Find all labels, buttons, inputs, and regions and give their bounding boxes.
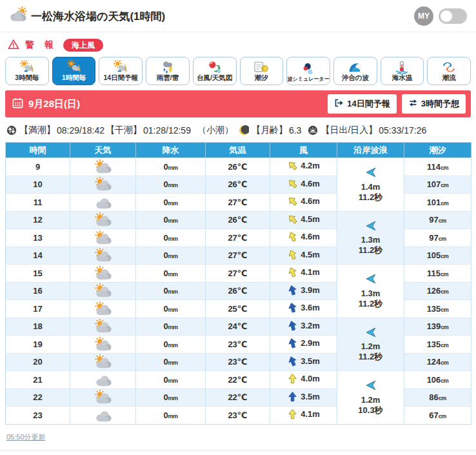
hour-cell: 18 xyxy=(6,318,70,336)
wave-direction-arrow xyxy=(364,220,378,232)
wave-period: 10.3秒 xyxy=(337,405,404,416)
temp-cell: 26℃ xyxy=(206,211,270,229)
tab-tide[interactable]: 潮汐 xyxy=(240,57,284,85)
sunrise-times: 05:33/17:26 xyxy=(379,125,426,136)
tab-label: 海水温 xyxy=(392,74,413,83)
tab-label: 沖合の波 xyxy=(342,74,369,83)
tab-current[interactable]: 潮流 xyxy=(427,57,471,85)
sun-behind-cloud-icon xyxy=(92,354,114,370)
tab-wave-simulator[interactable]: 波シミュレーター xyxy=(286,57,330,85)
tide-cell: 86cm xyxy=(404,389,471,407)
tab-sea-temp[interactable]: 海水温 xyxy=(381,57,424,85)
weather-cell xyxy=(70,336,136,354)
wave-group-cell: 1.3m 11.2秒 xyxy=(337,265,404,318)
rain-cell: 0mm xyxy=(136,336,206,354)
rain-lightning-icon xyxy=(159,60,176,74)
temp-cell: 26℃ xyxy=(206,158,270,176)
temp-cell: 23℃ xyxy=(206,407,270,425)
wind-direction-arrow xyxy=(287,373,298,384)
low-tide-label: 【干潮】 xyxy=(106,125,142,136)
hour-row: 12 0mm26℃ 4.5m 1.3m 11.2秒97cm xyxy=(6,211,471,229)
sun-behind-cloud-icon xyxy=(6,6,27,26)
weather-mix-icon xyxy=(19,60,35,74)
fourteen-day-forecast-button[interactable]: 14日間予報 xyxy=(328,94,396,114)
high-tide-times: 08:29/18:42 xyxy=(57,125,104,136)
column-header: 風 xyxy=(270,143,337,158)
warning-label: 警 報 xyxy=(25,39,57,51)
wind-direction-arrow xyxy=(286,336,299,350)
weather-cell xyxy=(70,389,136,407)
wind-cell: 4.1m xyxy=(270,265,337,283)
wave-height: 1.3m xyxy=(337,235,404,245)
wind-direction-arrow xyxy=(286,301,299,314)
three-hour-forecast-label: 3時間予想 xyxy=(421,98,459,110)
sea-temp-icon xyxy=(393,60,410,74)
tide-cell: 97cm xyxy=(404,229,471,247)
wind-direction-arrow xyxy=(286,354,300,368)
hour-cell: 20 xyxy=(6,353,70,371)
tab-offshore-waves[interactable]: 沖合の波 xyxy=(333,57,377,85)
hour-cell: 16 xyxy=(6,282,70,300)
wave-period: 11.2秒 xyxy=(337,192,404,203)
wave-group-cell: 1.2m 10.3秒 xyxy=(337,371,404,425)
hour-cell: 10 xyxy=(6,176,70,194)
tide-cell: 101cm xyxy=(404,194,471,212)
hour-row: 15 0mm27℃ 4.1m 1.3m 11.2秒115cm xyxy=(6,265,471,283)
rain-cell: 0mm xyxy=(136,211,206,229)
date-label: 9月28日(日) xyxy=(28,98,322,110)
weather-cell xyxy=(70,211,136,229)
tab-label: 14日間予報 xyxy=(103,74,138,83)
temp-cell: 22℃ xyxy=(206,389,270,407)
rain-cell: 0mm xyxy=(136,407,206,425)
hour-cell: 17 xyxy=(6,300,70,318)
weather-cell xyxy=(70,229,136,247)
wave-period: 11.2秒 xyxy=(337,352,404,362)
hour-cell: 9 xyxy=(6,158,70,176)
wind-cell: 3.5m xyxy=(270,353,337,371)
temp-cell: 25℃ xyxy=(206,300,270,318)
wind-direction-arrow xyxy=(287,391,298,402)
tab-14day[interactable]: 14日間予報 xyxy=(99,57,143,85)
tab-label: 波シミュレーター xyxy=(288,76,330,83)
rain-cell: 0mm xyxy=(136,371,206,389)
tab-3hourly[interactable]: 3時間毎 xyxy=(5,57,49,85)
tide-calendar-icon xyxy=(253,60,270,74)
rain-cell: 0mm xyxy=(136,247,206,265)
temp-cell: 27℃ xyxy=(206,194,270,212)
moon-icon xyxy=(239,125,249,136)
date-bar: 9月28日(日) 14日間予報 3時間予想 xyxy=(5,90,471,117)
sun-behind-cloud-icon xyxy=(92,283,114,299)
wind-cell: 4.6m xyxy=(270,176,337,194)
tab-typhoon[interactable]: 台風/天気図 xyxy=(193,57,237,85)
tide-cell: 124cm xyxy=(404,353,471,371)
tab-label: 3時間毎 xyxy=(15,74,39,83)
wind-cell: 4.5m xyxy=(270,211,337,229)
tab-1hourly[interactable]: 1時間毎 xyxy=(52,57,96,85)
rain-cell: 0mm xyxy=(136,318,206,336)
calendar-icon xyxy=(12,97,24,112)
rain-cell: 0mm xyxy=(136,353,206,371)
tide-cell: 114cm xyxy=(404,158,471,176)
tab-label: 雨雲/雷 xyxy=(157,74,179,83)
sea-wind-warning-badge[interactable]: 海上風 xyxy=(63,39,103,52)
rain-cell: 0mm xyxy=(136,229,206,247)
my-toggle[interactable] xyxy=(439,8,467,24)
wind-direction-arrow xyxy=(286,265,300,279)
sun-behind-cloud-icon xyxy=(92,336,114,352)
wave-direction-arrow xyxy=(364,379,378,391)
three-hour-forecast-button[interactable]: 3時間予想 xyxy=(402,94,466,114)
table-body: 9 0mm26℃ 4.2m 1.4m 11.2秒114cm10 0mm26℃ 4… xyxy=(6,158,471,425)
hour-cell: 21 xyxy=(6,371,70,389)
wind-cell: 3.2m xyxy=(270,318,337,336)
my-badge[interactable]: MY xyxy=(414,6,433,26)
wind-direction-arrow xyxy=(285,211,301,227)
updated-time-link[interactable]: 05:50分更新 xyxy=(6,433,46,441)
forecast-tab-bar: 3時間毎 1時間毎 14日間予報 雨雲/雷 xyxy=(5,57,471,85)
weather-mix-icon xyxy=(66,60,83,74)
tab-rain-radar[interactable]: 雨雲/雷 xyxy=(146,57,190,85)
sun-behind-cloud-icon xyxy=(92,212,114,228)
hour-cell: 22 xyxy=(6,389,70,407)
tide-type: （小潮） xyxy=(197,125,233,136)
tab-label: 潮流 xyxy=(442,74,456,83)
column-header: 降水 xyxy=(136,143,206,158)
